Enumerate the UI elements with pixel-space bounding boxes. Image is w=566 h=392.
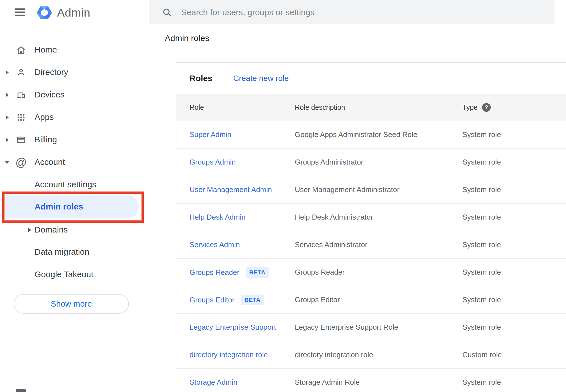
role-link[interactable]: Storage Admin bbox=[190, 378, 238, 386]
table-row[interactable]: Groups EditorBETA Groups Editor System r… bbox=[176, 286, 566, 314]
sidebar-item-label: Directory bbox=[35, 61, 68, 83]
breadcrumb: Admin roles bbox=[165, 33, 209, 43]
sidebar-item-label: Home bbox=[35, 38, 57, 61]
create-new-role-link[interactable]: Create new role bbox=[233, 74, 289, 83]
role-description: User Management Administrator bbox=[295, 185, 462, 194]
header-divider bbox=[149, 48, 566, 48]
at-sign-icon: @ bbox=[16, 158, 26, 167]
role-link[interactable]: Super Admin bbox=[190, 130, 231, 139]
sidebar-item-directory[interactable]: Directory bbox=[0, 61, 149, 83]
sidebar-bottom-divider bbox=[0, 376, 147, 376]
role-type: System role bbox=[462, 268, 566, 277]
search-bar bbox=[149, 0, 554, 24]
role-type: System role bbox=[462, 378, 566, 387]
role-description: Groups Administrator bbox=[295, 158, 462, 167]
search-input[interactable] bbox=[181, 0, 540, 24]
sidebar: Admin Home Directory bbox=[0, 0, 149, 392]
beta-badge: BETA bbox=[241, 295, 264, 305]
table-row[interactable]: Services Admin Services Administrator Sy… bbox=[176, 231, 566, 259]
chevron-right-icon bbox=[6, 93, 9, 97]
role-description: Storage Admin Role bbox=[295, 378, 462, 387]
devices-icon bbox=[16, 90, 26, 100]
chevron-down-icon bbox=[4, 161, 10, 164]
role-description: Google Apps Administrator Seed Role bbox=[295, 130, 462, 139]
role-description: Legacy Enterprise Support Role bbox=[295, 323, 462, 332]
person-icon bbox=[16, 68, 26, 77]
role-type: System role bbox=[462, 185, 566, 194]
sidebar-item-account-settings[interactable]: Account settings bbox=[0, 173, 149, 196]
beta-badge: BETA bbox=[246, 267, 269, 278]
table-row[interactable]: directory integration role directory int… bbox=[176, 341, 566, 369]
role-description: Help Desk Administrator bbox=[295, 213, 462, 222]
sidebar-item-domains[interactable]: Domains bbox=[0, 218, 149, 241]
card-header: Roles Create new role bbox=[176, 63, 566, 94]
sidebar-item-account[interactable]: @ Account bbox=[0, 151, 149, 173]
role-description: Services Administrator bbox=[295, 240, 462, 249]
roles-card: Roles Create new role Role Role descript… bbox=[176, 62, 566, 392]
role-link[interactable]: Groups Editor bbox=[190, 296, 234, 304]
sidebar-item-label: Account bbox=[35, 151, 65, 173]
credit-card-icon bbox=[16, 135, 26, 145]
column-header-role: Role bbox=[176, 103, 295, 111]
role-link[interactable]: Help Desk Admin bbox=[190, 213, 245, 221]
apps-grid-icon bbox=[16, 113, 26, 122]
sidebar-item-label: Apps bbox=[35, 106, 54, 128]
partial-sidebar-icon bbox=[16, 389, 26, 392]
chevron-right-icon bbox=[6, 138, 9, 142]
role-type: System role bbox=[462, 240, 566, 249]
column-header-type: Type ? bbox=[462, 103, 566, 112]
admin-logo-icon bbox=[36, 4, 53, 21]
role-description: Groups Reader bbox=[295, 268, 462, 277]
sidebar-item-devices[interactable]: Devices bbox=[0, 83, 149, 106]
table-row[interactable]: Legacy Enterprise Support Legacy Enterpr… bbox=[176, 314, 566, 341]
role-type: System role bbox=[462, 323, 566, 332]
column-header-description: Role description bbox=[295, 103, 462, 111]
sidebar-item-label: Data migration bbox=[35, 241, 89, 263]
sidebar-item-data-migration[interactable]: Data migration bbox=[0, 241, 149, 263]
sidebar-item-home[interactable]: Home bbox=[0, 38, 149, 61]
role-link[interactable]: Groups Admin bbox=[190, 158, 236, 166]
search-icon bbox=[162, 7, 172, 17]
role-link[interactable]: Legacy Enterprise Support bbox=[190, 323, 276, 331]
sidebar-item-admin-roles[interactable]: Admin roles bbox=[4, 195, 139, 218]
home-icon bbox=[16, 45, 26, 55]
column-header-type-label: Type bbox=[462, 103, 478, 111]
chevron-right-icon bbox=[6, 115, 9, 120]
role-link[interactable]: directory integration role bbox=[190, 350, 268, 359]
table-row[interactable]: Groups Admin Groups Administrator System… bbox=[176, 149, 566, 176]
role-link[interactable]: Services Admin bbox=[190, 240, 240, 249]
admin-console: Admin Home Directory bbox=[0, 0, 566, 392]
sidebar-item-label: Devices bbox=[35, 83, 65, 106]
sidebar-item-label: Billing bbox=[35, 128, 57, 151]
role-type: System role bbox=[462, 158, 566, 167]
table-row[interactable]: Groups ReaderBETA Groups Reader System r… bbox=[176, 259, 566, 286]
app-title: Admin bbox=[57, 6, 90, 19]
role-type: System role bbox=[462, 295, 566, 304]
table-row[interactable]: Super Admin Google Apps Administrator Se… bbox=[176, 121, 566, 149]
role-link[interactable]: Groups Reader bbox=[190, 268, 239, 277]
role-type: System role bbox=[462, 130, 566, 139]
hamburger-menu-icon[interactable] bbox=[15, 8, 25, 16]
sidebar-item-label: Admin roles bbox=[35, 195, 83, 218]
sidebar-item-label: Account settings bbox=[35, 173, 96, 196]
table-row[interactable]: User Management Admin User Management Ad… bbox=[176, 176, 566, 204]
role-type: Custom role bbox=[462, 350, 566, 359]
table-row[interactable]: Help Desk Admin Help Desk Administrator … bbox=[176, 204, 566, 231]
role-type: System role bbox=[462, 213, 566, 222]
show-more-button[interactable]: Show more bbox=[14, 294, 129, 314]
chevron-right-icon bbox=[28, 228, 31, 232]
chevron-right-icon bbox=[6, 70, 9, 75]
card-title: Roles bbox=[176, 74, 213, 83]
table-header-row: Role Role description Type ? bbox=[176, 94, 566, 121]
role-description: directory integration role bbox=[295, 350, 462, 359]
sidebar-item-label: Domains bbox=[35, 218, 68, 241]
sidebar-item-google-takeout[interactable]: Google Takeout bbox=[0, 263, 149, 286]
role-link[interactable]: User Management Admin bbox=[190, 185, 272, 194]
sidebar-item-label: Google Takeout bbox=[35, 263, 93, 286]
sidebar-item-billing[interactable]: Billing bbox=[0, 128, 149, 151]
role-description: Groups Editor bbox=[295, 295, 462, 304]
sidebar-item-apps[interactable]: Apps bbox=[0, 106, 149, 128]
table-row[interactable]: Storage Admin Storage Admin Role System … bbox=[176, 369, 566, 392]
help-icon[interactable]: ? bbox=[482, 103, 491, 112]
